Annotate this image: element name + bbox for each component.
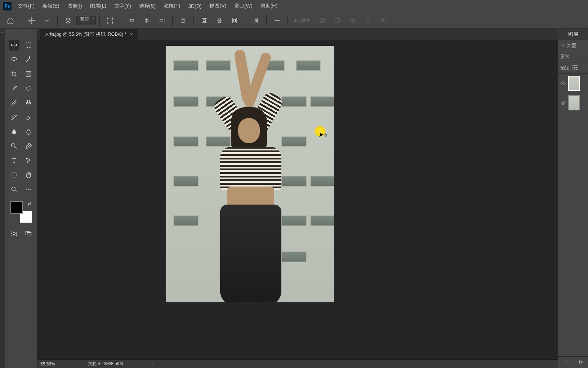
document-tab-title: 人物.jpg @ 55.6% (背景 拷贝, RGB/8) * [45, 31, 126, 38]
frame-tool[interactable] [23, 69, 34, 79]
svg-point-21 [30, 189, 31, 190]
menu-file[interactable]: 文件(F) [18, 3, 35, 9]
distribute-top-icon[interactable] [197, 15, 211, 26]
zoom-tool[interactable] [9, 184, 19, 195]
dodge-tool[interactable] [9, 141, 19, 152]
svg-point-19 [26, 189, 27, 190]
eyedropper-tool[interactable] [9, 83, 19, 94]
status-chevron-icon[interactable]: 〉 [152, 361, 156, 367]
distribute-bottom-icon[interactable] [228, 15, 241, 26]
document-tab[interactable]: 人物.jpg @ 55.6% (背景 拷贝, RGB/8) * × [40, 29, 138, 40]
shape-tool[interactable] [9, 170, 19, 180]
hand-tool[interactable] [23, 170, 34, 180]
layer-thumbnail[interactable] [568, 76, 580, 91]
svg-point-7 [279, 20, 280, 21]
align-top-icon[interactable] [176, 15, 190, 26]
menu-filter[interactable]: 滤镜(T) [164, 3, 180, 9]
svg-rect-24 [26, 231, 30, 235]
move-tool[interactable] [9, 40, 19, 51]
panel-collapse-strip[interactable]: « [0, 29, 5, 368]
auto-select-icon[interactable] [61, 15, 75, 26]
svg-point-20 [28, 189, 29, 190]
menu-3d[interactable]: 3D(D) [188, 3, 201, 9]
layers-panel: 图层 类型 正常 锁定: fx [558, 29, 588, 368]
menu-edit[interactable]: 编辑(E) [43, 3, 59, 9]
patch-tool[interactable] [23, 83, 34, 94]
svg-rect-25 [27, 233, 31, 236]
home-button[interactable] [4, 15, 17, 26]
foreground-color[interactable] [10, 201, 23, 214]
separator [245, 16, 245, 26]
pen-tool[interactable] [23, 141, 34, 152]
auto-select-dropdown[interactable]: 图层 [76, 16, 96, 25]
align-hcenter-icon[interactable] [140, 15, 153, 26]
magic-wand-tool[interactable] [23, 54, 34, 65]
3d-slide-icon[interactable] [361, 15, 374, 26]
history-brush-tool[interactable] [9, 112, 19, 123]
svg-point-18 [12, 187, 15, 190]
canvas-area[interactable]: ➤✥ [37, 40, 558, 368]
more-options-icon[interactable] [270, 15, 284, 26]
separator [172, 16, 173, 26]
layer-filter-row[interactable]: 类型 [558, 40, 588, 51]
link-layers-icon[interactable] [563, 359, 569, 366]
fx-icon[interactable]: fx [579, 359, 583, 366]
brush-tool[interactable] [9, 97, 19, 108]
options-bar: 图层 3D 模式: [0, 12, 588, 29]
svg-rect-11 [380, 19, 383, 22]
distribute-spacing-icon[interactable] [249, 15, 263, 26]
3d-pan-icon[interactable] [346, 15, 359, 26]
color-swatches[interactable]: ⇄ [10, 201, 32, 223]
chevron-down-icon[interactable] [40, 15, 54, 26]
eraser-tool[interactable] [23, 112, 34, 123]
svg-point-28 [562, 102, 564, 104]
edit-toolbar[interactable] [23, 184, 34, 195]
gradient-tool[interactable] [9, 126, 19, 137]
layer-thumbnail[interactable] [568, 95, 580, 110]
menu-view[interactable]: 视图(V) [209, 3, 226, 9]
marquee-tool[interactable] [23, 40, 34, 51]
move-tool-icon[interactable] [25, 15, 39, 26]
layer-item-copy[interactable] [558, 74, 588, 93]
lock-transparent-icon[interactable] [573, 65, 578, 70]
3d-camera-icon[interactable] [376, 15, 389, 26]
svg-rect-15 [27, 87, 30, 90]
screen-mode-tool[interactable] [23, 228, 34, 239]
menu-help[interactable]: 帮助(H) [260, 3, 277, 9]
blend-mode-dropdown[interactable]: 正常 [558, 51, 588, 62]
menu-select[interactable]: 选择(S) [139, 3, 156, 9]
transform-controls-icon[interactable] [103, 15, 117, 26]
menu-image[interactable]: 图像(I) [67, 3, 82, 9]
svg-point-27 [562, 83, 564, 84]
separator [288, 16, 288, 26]
layer-item-background[interactable] [558, 93, 588, 113]
layers-tab[interactable]: 图层 [558, 29, 588, 40]
3d-orbit-icon[interactable] [315, 15, 329, 26]
crop-tool[interactable] [9, 69, 19, 79]
lock-label: 锁定: [560, 65, 571, 71]
zoom-value[interactable]: 55.56% [37, 362, 74, 367]
menu-window[interactable]: 窗口(W) [234, 3, 253, 9]
visibility-icon[interactable] [560, 100, 566, 106]
blur-tool[interactable] [23, 126, 34, 137]
svg-point-9 [320, 19, 324, 21]
visibility-icon[interactable] [560, 80, 566, 86]
svg-point-2 [112, 18, 113, 19]
close-tab-icon[interactable]: × [130, 31, 133, 37]
separator [21, 16, 21, 26]
app-logo: Ps [3, 2, 12, 10]
align-left-icon[interactable] [125, 15, 138, 26]
3d-roll-icon[interactable] [330, 15, 344, 26]
stamp-tool[interactable] [23, 97, 34, 108]
path-selection-tool[interactable] [23, 155, 34, 166]
menu-layer[interactable]: 图层(L) [90, 3, 106, 9]
quick-mask-tool[interactable] [9, 228, 19, 239]
type-tool[interactable] [9, 155, 19, 166]
menu-type[interactable]: 文字(Y) [114, 3, 131, 9]
lasso-tool[interactable] [9, 54, 19, 65]
separator [57, 16, 58, 26]
align-right-icon[interactable] [155, 15, 169, 26]
3d-mode-label: 3D 模式: [294, 17, 312, 24]
swap-colors-icon[interactable]: ⇄ [28, 201, 31, 206]
distribute-vcenter-icon[interactable] [213, 15, 226, 26]
